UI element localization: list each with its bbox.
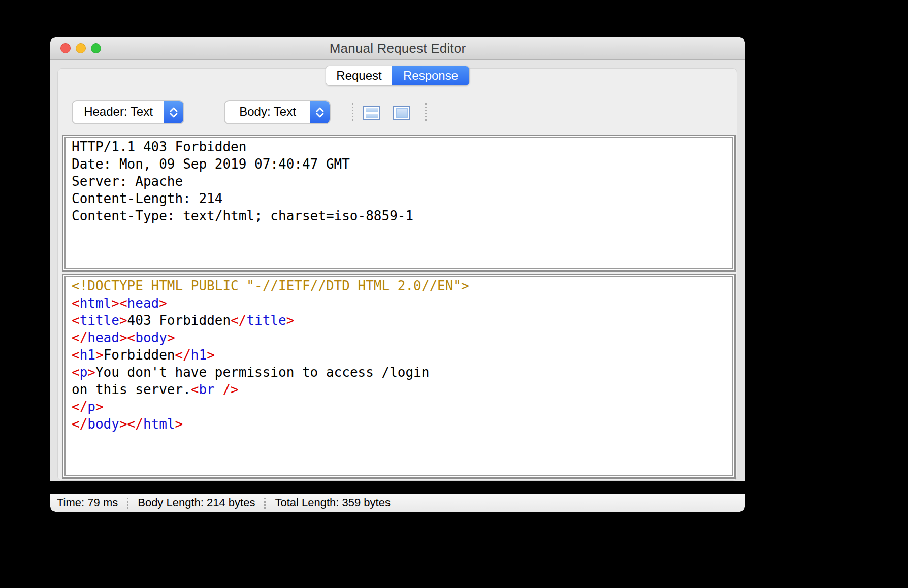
chevron-down-icon xyxy=(316,113,324,118)
body-line: <h1>Forbidden</h1> xyxy=(72,346,726,364)
manual-request-editor-window: Manual Request Editor Request Response H… xyxy=(50,37,745,512)
stepper-icon xyxy=(164,101,183,123)
body-format-select[interactable]: Body: Text xyxy=(224,100,331,124)
tab-request[interactable]: Request xyxy=(326,66,392,85)
response-headers-textarea[interactable]: HTTP/1.1 403 ForbiddenDate: Mon, 09 Sep … xyxy=(64,137,733,269)
response-panel: Header: Text Body: Text xyxy=(57,68,737,481)
body-line: <html><head> xyxy=(72,295,726,312)
body-line: <p>You don't have permission to access /… xyxy=(72,364,726,381)
status-item: Body Length: 214 bytes xyxy=(128,496,264,510)
split-view-icon xyxy=(366,108,378,118)
status-item: Time: 79 ms xyxy=(57,496,127,510)
body-line: </p> xyxy=(72,398,726,415)
request-response-tabset: Request Response xyxy=(326,66,470,86)
response-body-pane: <!DOCTYPE HTML PUBLIC "-//IETF//DTD HTML… xyxy=(62,274,736,479)
body-format-value: Body: Text xyxy=(225,105,310,120)
toolbar-separator xyxy=(352,103,353,121)
body-line: <!DOCTYPE HTML PUBLIC "-//IETF//DTD HTML… xyxy=(72,277,726,295)
window-content: Request Response Header: Text Body: Text xyxy=(50,60,745,481)
split-view-button[interactable] xyxy=(363,106,380,120)
header-line: Content-Type: text/html; charset=iso-885… xyxy=(72,207,726,224)
header-line: Server: Apache xyxy=(72,173,726,190)
response-body-textarea[interactable]: <!DOCTYPE HTML PUBLIC "-//IETF//DTD HTML… xyxy=(64,276,733,476)
header-format-value: Header: Text xyxy=(73,105,164,120)
combined-view-button[interactable] xyxy=(393,106,410,120)
header-line: HTTP/1.1 403 Forbidden xyxy=(72,138,726,155)
response-headers-pane: HTTP/1.1 403 ForbiddenDate: Mon, 09 Sep … xyxy=(62,135,736,272)
header-format-select[interactable]: Header: Text xyxy=(72,100,184,124)
title-bar[interactable]: Manual Request Editor xyxy=(50,37,745,60)
body-line: <title>403 Forbidden</title> xyxy=(72,312,726,329)
chevron-down-icon xyxy=(170,113,178,118)
zoom-button[interactable] xyxy=(91,43,101,53)
header-line: Date: Mon, 09 Sep 2019 07:40:47 GMT xyxy=(72,155,726,173)
body-line: </head><body> xyxy=(72,329,726,346)
body-line: on this server.<br /> xyxy=(72,381,726,398)
header-line: Content-Length: 214 xyxy=(72,190,726,207)
close-button[interactable] xyxy=(60,43,71,53)
traffic-lights xyxy=(60,43,101,53)
format-toolbar: Header: Text Body: Text xyxy=(58,100,737,124)
status-bar: Time: 79 msBody Length: 214 bytesTotal L… xyxy=(50,494,745,512)
tab-response[interactable]: Response xyxy=(392,66,469,85)
toolbar-separator xyxy=(425,103,427,121)
combined-view-icon xyxy=(396,108,408,118)
window-gap xyxy=(50,481,745,494)
body-line: </body></html> xyxy=(72,415,726,433)
minimize-button[interactable] xyxy=(76,43,86,53)
stepper-icon xyxy=(310,101,330,123)
status-item: Total Length: 359 bytes xyxy=(266,496,400,510)
chevron-up-icon xyxy=(170,107,178,112)
chevron-up-icon xyxy=(316,107,324,112)
window-title: Manual Request Editor xyxy=(330,41,466,56)
